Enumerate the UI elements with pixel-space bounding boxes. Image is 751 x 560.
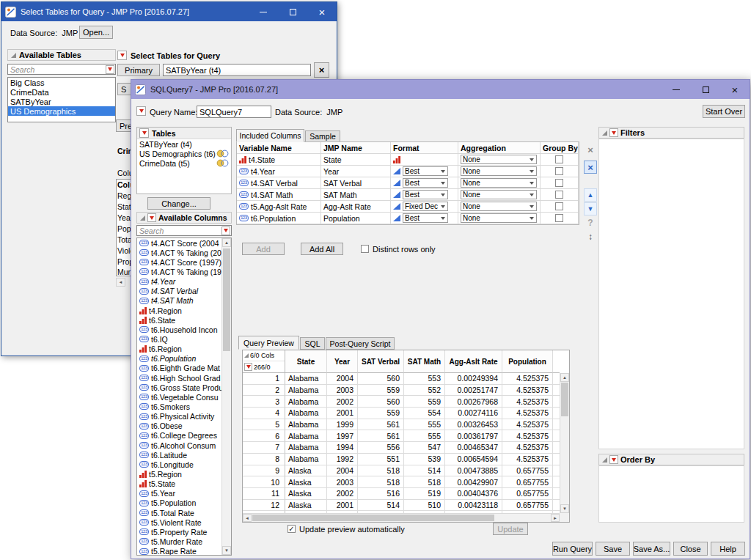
query-table-item[interactable]: SATByYear (t4)	[137, 139, 231, 149]
rows-counter[interactable]: 266/0	[243, 361, 285, 372]
preview-cell[interactable]: 1992	[327, 454, 358, 465]
preview-cell[interactable]: Alabama	[285, 430, 327, 442]
save-button[interactable]: Save	[596, 542, 630, 556]
order-by-header[interactable]: Order By	[598, 454, 744, 465]
row-number-cell[interactable]: 4	[243, 408, 285, 419]
preview-cell[interactable]: 559	[358, 385, 404, 397]
preview-cell[interactable]: 4.525375	[502, 373, 553, 385]
available-column-item[interactable]: 123t6.Latitude	[137, 450, 221, 460]
preview-cell[interactable]: 0.657755	[502, 465, 553, 477]
format-combo[interactable]: Best	[403, 213, 448, 223]
back-close-button[interactable]: ×	[307, 2, 337, 21]
help-button[interactable]: Help	[711, 542, 745, 556]
row-number-cell[interactable]: 1	[243, 373, 285, 385]
preview-cell[interactable]: 0.657755	[502, 500, 553, 512]
preview-vscrollbar[interactable]: ▲ ▼	[560, 373, 569, 513]
run-query-button[interactable]: Run Query	[552, 542, 593, 556]
preview-cell[interactable]: 559	[404, 396, 445, 408]
preview-column-header[interactable]: Population	[502, 350, 553, 373]
aggregation-combo[interactable]: None	[461, 190, 537, 199]
preview-cell[interactable]: 561	[358, 419, 404, 431]
tab-query-preview[interactable]: Query Preview	[238, 336, 299, 350]
primary-button[interactable]: Primary	[117, 64, 160, 76]
row-number-cell[interactable]: 12	[243, 500, 285, 512]
front-close-button[interactable]: ×	[720, 80, 750, 99]
variable-name-cell[interactable]: 123t6.Population	[237, 213, 321, 224]
available-column-item[interactable]: t4.Region	[137, 306, 221, 315]
tables-panel-header[interactable]: Tables	[137, 128, 231, 139]
change-tables-button[interactable]: Change...	[147, 197, 210, 210]
preview-cell[interactable]: Alabama	[285, 454, 327, 465]
tables-search-input[interactable]: Search	[7, 64, 116, 75]
preview-cell[interactable]: 4.525375	[502, 430, 553, 442]
tab-included-columns[interactable]: Included Columns	[236, 129, 304, 142]
preview-column-header[interactable]: Agg-Aslt Rate	[445, 350, 502, 373]
update-preview-checkbox[interactable]	[287, 525, 296, 533]
search-menu-icon[interactable]	[221, 226, 230, 235]
preview-cell[interactable]: 2003	[327, 385, 358, 397]
preview-cell[interactable]: 0.00361797	[445, 430, 502, 442]
group-by-checkbox[interactable]	[555, 179, 563, 187]
format-combo[interactable]: Fixed Dec	[403, 202, 448, 211]
available-column-item[interactable]: 123t6.Household Incon	[137, 325, 221, 334]
preview-cell[interactable]: 2004	[327, 465, 358, 477]
preview-cell[interactable]: 518	[358, 476, 404, 488]
scroll-right-arrow[interactable]: ►	[551, 514, 560, 522]
available-column-item[interactable]: 123t4.ACT % Taking (20	[137, 248, 221, 257]
move-up-icon[interactable]: ▲	[584, 188, 597, 202]
preview-cell[interactable]: 547	[404, 442, 445, 454]
row-number-cell[interactable]: 3	[243, 396, 285, 408]
preview-cell[interactable]: 0.657755	[502, 488, 553, 500]
group-by-checkbox[interactable]	[555, 202, 563, 210]
query-name-input[interactable]: SQLQuery7	[197, 106, 271, 118]
preview-cell[interactable]: 4.525375	[502, 442, 553, 454]
preview-cell[interactable]: Alaska	[285, 500, 327, 512]
order-by-hotspot-icon[interactable]	[609, 455, 618, 464]
variable-name-cell[interactable]: t4.State	[237, 154, 321, 166]
group-by-checkbox[interactable]	[555, 214, 563, 222]
start-over-button[interactable]: Start Over	[703, 105, 745, 118]
aggregation-combo[interactable]: None	[461, 166, 537, 176]
remove-all-columns-icon[interactable]: ×	[584, 161, 597, 174]
available-column-item[interactable]: 123t4.Year	[137, 277, 221, 287]
available-columns-hotspot-icon[interactable]	[147, 213, 156, 222]
open-button[interactable]: Open...	[79, 26, 113, 39]
preview-cell[interactable]: 0.00326453	[445, 419, 502, 431]
preview-hscrollbar[interactable]: ◄ ►	[243, 513, 560, 522]
remove-primary-table-button[interactable]: ×	[314, 62, 329, 78]
table-list-item[interactable]: SATByYear	[8, 97, 115, 106]
scrollbar-thumb[interactable]	[252, 515, 494, 521]
available-column-item[interactable]: 123t6.Population	[137, 354, 221, 364]
preview-cell[interactable]: 0.00404376	[445, 488, 502, 500]
preview-cell[interactable]: 1994	[327, 442, 358, 454]
preview-cell[interactable]: 553	[404, 373, 445, 385]
preview-cell[interactable]: 0.00654594	[445, 454, 502, 465]
preview-cell[interactable]: 2002	[327, 488, 358, 500]
move-down-icon[interactable]: ▼	[584, 202, 597, 215]
preview-cell[interactable]: 4.525375	[502, 408, 553, 419]
format-combo[interactable]: Best	[403, 178, 448, 188]
preview-cell[interactable]: 516	[358, 488, 404, 500]
available-column-item[interactable]: 123t6.Longitude	[137, 460, 221, 469]
scroll-down-arrow[interactable]: ▼	[560, 504, 569, 513]
distinct-rows-checkbox[interactable]	[361, 245, 369, 253]
preview-cell[interactable]: Alabama	[285, 442, 327, 454]
format-combo[interactable]: Best	[403, 166, 448, 176]
available-column-item[interactable]: 123t4.ACT Score (1997)	[137, 257, 221, 267]
aggregation-combo[interactable]: None	[461, 213, 537, 223]
preview-cell[interactable]: 560	[358, 396, 404, 408]
preview-cell[interactable]: 0.657755	[502, 476, 553, 488]
row-number-cell[interactable]: 7	[243, 442, 285, 454]
preview-column-header[interactable]: State	[285, 350, 327, 373]
available-column-item[interactable]: 123t5.Population	[137, 498, 221, 508]
tab-sample[interactable]: Sample	[305, 130, 340, 142]
variable-name-cell[interactable]: 123t4.SAT Verbal	[237, 177, 321, 189]
scroll-up-arrow[interactable]: ▲	[222, 238, 231, 247]
available-column-item[interactable]: 123t6.Eighth Grade Mat	[137, 364, 221, 373]
available-column-item[interactable]: t5.State	[137, 479, 221, 489]
preview-cell[interactable]: 510	[404, 500, 445, 512]
preview-cell[interactable]: Alabama	[285, 373, 327, 385]
available-column-item[interactable]: 123t6.Gross State Produ	[137, 383, 221, 392]
filters-header[interactable]: Filters	[598, 127, 744, 139]
preview-cell[interactable]: 2002	[327, 396, 358, 408]
